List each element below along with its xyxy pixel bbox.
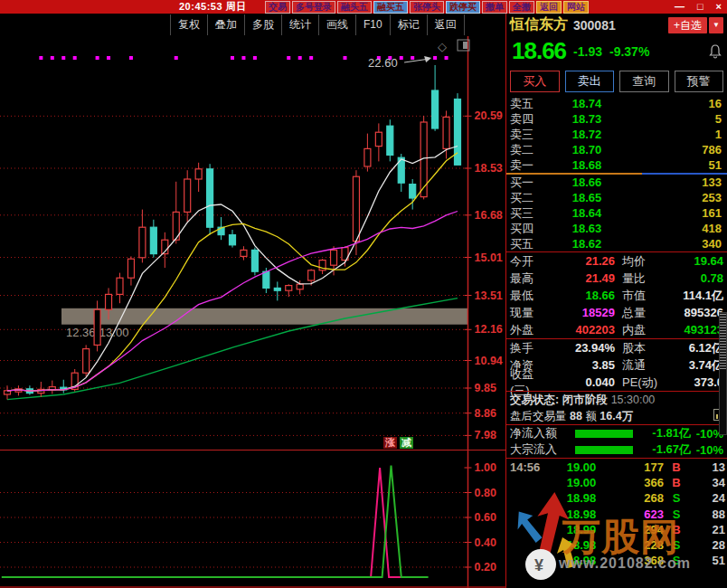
order-book-row[interactable]: 卖一18.6851 bbox=[506, 157, 727, 173]
book-price: 18.64 bbox=[546, 206, 628, 220]
maximize-button[interactable]: □ bbox=[697, 0, 703, 14]
svg-text:22.60: 22.60 bbox=[368, 56, 398, 70]
indicator-subchart[interactable]: 1.000.800.600.400.20 bbox=[0, 450, 506, 588]
tick-list[interactable]: 14:5619.00177B1319.00366B3418.98268S2418… bbox=[506, 459, 727, 588]
svg-text:1.00: 1.00 bbox=[475, 461, 496, 474]
price-row: 18.66 -1.93 -9.37% bbox=[506, 36, 727, 66]
trade-status-phase: 闭市阶段 bbox=[562, 393, 608, 408]
indicator-badge-down[interactable]: 减 bbox=[400, 437, 413, 449]
svg-text:0.20: 0.20 bbox=[475, 561, 496, 574]
tick-volume: 268 bbox=[613, 491, 664, 505]
tick-count: 34 bbox=[689, 476, 725, 489]
watchlist-dropdown-button[interactable]: ▼ bbox=[709, 17, 723, 33]
close-button[interactable]: × bbox=[716, 0, 722, 14]
tick-volume: 368 bbox=[613, 554, 664, 567]
quote-panel: 恒信东方 300081 +自选 ▼ 18.66 -1.93 -9.37% 买入卖… bbox=[506, 14, 727, 588]
order-book-row[interactable]: 买三18.64161 bbox=[506, 205, 727, 221]
tick-volume: 228 bbox=[613, 538, 664, 552]
toolbar-button-F10[interactable]: F10 bbox=[356, 14, 391, 35]
order-book-row[interactable]: 买五18.62340 bbox=[506, 236, 727, 251]
order-book-row[interactable]: 买二18.65253 bbox=[506, 190, 727, 205]
clock-time: 20:45:53 bbox=[179, 1, 222, 12]
order-book-row[interactable]: 买四18.63418 bbox=[506, 221, 727, 236]
menu-button-8[interactable]: 全撤 bbox=[509, 1, 534, 14]
flow-value: -1.67亿 bbox=[638, 441, 691, 458]
indicator-badge-up[interactable]: 涨 bbox=[383, 437, 397, 449]
book-price: 18.74 bbox=[546, 97, 628, 110]
book-level-label: 卖二 bbox=[510, 142, 546, 158]
indicator-line-减 bbox=[2, 466, 429, 577]
stat-row: 换手23.94%股本6.12亿 bbox=[510, 339, 723, 356]
stat-label: 现量 bbox=[510, 305, 550, 321]
order-book: 卖五18.7416卖四18.735卖三18.721卖二18.70786卖一18.… bbox=[506, 96, 727, 251]
menu-button-9[interactable]: 返回 bbox=[536, 1, 562, 14]
order-book-row[interactable]: 卖五18.7416 bbox=[506, 96, 727, 111]
tick-row[interactable]: 18.98623S88 bbox=[510, 507, 725, 522]
clock: 20:45:53 周日 bbox=[179, 0, 247, 14]
stat-label: 内盘 bbox=[615, 322, 666, 338]
daily-kline-chart[interactable]: 20.5918.5316.6815.0113.5112.1610.949.858… bbox=[0, 36, 506, 450]
tick-volume: 294 bbox=[613, 523, 664, 536]
tick-volume: 366 bbox=[613, 476, 664, 489]
order-book-row[interactable]: 买一18.66133 bbox=[506, 175, 727, 190]
top-menu-bar: 20:45:53 周日 交易多号登录融头五融买五张停头跌停买撤单全撤返回网站 —… bbox=[0, 0, 727, 14]
tick-row[interactable]: 18.98368S51 bbox=[510, 553, 725, 568]
svg-text:8.86: 8.86 bbox=[475, 407, 496, 420]
menu-button-5[interactable]: 张停头 bbox=[410, 1, 444, 14]
toolbar-button-统计[interactable]: 统计 bbox=[282, 14, 319, 35]
menu-button-3[interactable]: 融头五 bbox=[337, 1, 372, 14]
scrollbar-thumb[interactable] bbox=[720, 313, 726, 369]
tick-price: 18.98 bbox=[550, 491, 613, 505]
chart-toolbar: 复权叠加多股统计画线F10标记返回 bbox=[0, 14, 505, 36]
svg-text:10.94: 10.94 bbox=[475, 355, 503, 367]
stat-row: 今开21.26均价19.64 bbox=[510, 252, 723, 270]
add-watchlist-button[interactable]: +自选 bbox=[668, 17, 707, 33]
svg-text:15.01: 15.01 bbox=[475, 251, 503, 264]
tick-price: 18.98 bbox=[550, 507, 613, 521]
stat-label: 股本 bbox=[615, 340, 666, 356]
money-flow-section: 净流入额-1.81亿-10%大宗流入-1.67亿-10% bbox=[506, 425, 727, 458]
toolbar-button-多股[interactable]: 多股 bbox=[245, 14, 282, 35]
tick-side: B bbox=[664, 523, 689, 536]
action-button-plain[interactable]: 查询 bbox=[619, 71, 669, 92]
stat-value: 21.49 bbox=[550, 271, 615, 285]
tick-row[interactable]: 18.98268S24 bbox=[510, 490, 725, 506]
action-button-plain[interactable]: 预警 bbox=[675, 71, 724, 92]
menu-button-2[interactable]: 多号登录 bbox=[292, 1, 335, 14]
stat-label: 流通 bbox=[615, 357, 666, 374]
toolbar-button-标记[interactable]: 标记 bbox=[391, 14, 428, 35]
tick-volume: 623 bbox=[613, 507, 664, 521]
panel-scrollbar[interactable] bbox=[719, 312, 727, 435]
book-price: 18.73 bbox=[546, 112, 628, 126]
menu-button-6[interactable]: 跌停买 bbox=[446, 1, 480, 14]
tick-row[interactable]: 14:5619.00177B13 bbox=[510, 460, 725, 475]
flow-pct: -10% bbox=[691, 443, 723, 457]
tick-side: S bbox=[664, 491, 689, 505]
tick-row[interactable]: 18.99294B21 bbox=[510, 522, 725, 537]
action-button-buy[interactable]: 买入 bbox=[510, 71, 560, 92]
tick-count: 28 bbox=[689, 538, 725, 552]
tick-side: B bbox=[664, 460, 689, 474]
book-level-label: 买一 bbox=[510, 175, 546, 191]
stat-row: 收益(三)0.040PE(动)373.0 bbox=[510, 374, 723, 391]
trade-status-section: 交易状态: 闭市阶段 15:30:00 盘后交易量 88 额 16.4万 bbox=[506, 392, 727, 424]
alert-bell-icon[interactable] bbox=[709, 44, 722, 59]
tick-row[interactable]: 18.98228S28 bbox=[510, 537, 725, 553]
menu-button-4[interactable]: 融买五 bbox=[373, 1, 408, 14]
order-book-row[interactable]: 卖二18.70786 bbox=[506, 142, 727, 157]
menu-button-7[interactable]: 撤单 bbox=[482, 1, 507, 14]
book-volume: 418 bbox=[628, 222, 723, 235]
diamond-icon[interactable]: ◇ bbox=[438, 40, 447, 53]
minimize-button[interactable]: — bbox=[675, 0, 685, 14]
menu-button-1[interactable]: 交易 bbox=[265, 1, 290, 14]
order-book-row[interactable]: 卖四18.735 bbox=[506, 111, 727, 127]
tick-row[interactable]: 19.00366B34 bbox=[510, 475, 725, 490]
menu-button-10[interactable]: 网站 bbox=[563, 1, 589, 14]
action-button-sell[interactable]: 卖出 bbox=[565, 71, 615, 92]
order-book-row[interactable]: 卖三18.721 bbox=[506, 127, 727, 142]
toolbar-button-叠加[interactable]: 叠加 bbox=[208, 14, 245, 35]
toolbar-button-返回[interactable]: 返回 bbox=[428, 14, 465, 35]
toolbar-button-复权[interactable]: 复权 bbox=[171, 14, 208, 35]
svg-text:0.40: 0.40 bbox=[475, 536, 496, 549]
toolbar-button-画线[interactable]: 画线 bbox=[319, 14, 356, 35]
